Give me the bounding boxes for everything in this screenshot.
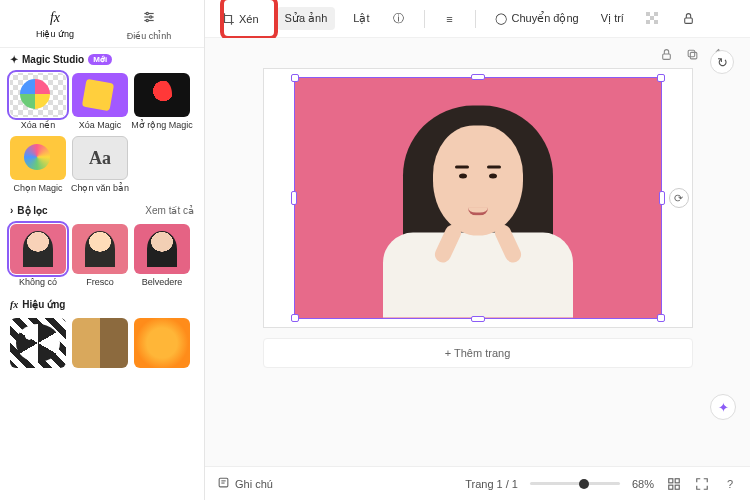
svg-rect-22 (675, 485, 679, 489)
selected-image[interactable]: ⟳ (294, 77, 662, 319)
tool-magic-grab[interactable]: Chọn Magic (10, 136, 66, 193)
section-filters: › Bộ lọc Xem tất cả (0, 199, 204, 224)
magic-expand-thumb (134, 73, 190, 117)
svg-rect-14 (690, 52, 697, 59)
resize-handle-tm[interactable] (471, 74, 485, 80)
resize-handle-br[interactable] (657, 314, 665, 322)
filter-belvedere[interactable]: Belvedere (134, 224, 190, 287)
duplicate-page-button[interactable] (684, 46, 700, 62)
main-area: Xén Sửa ảnh Lật ⓘ ≡ ◯ Chuyển động Vị trí (205, 0, 750, 500)
help-button[interactable]: ? (722, 476, 738, 492)
tab-adjust[interactable]: Điều chỉnh (102, 10, 196, 41)
crop-button[interactable]: Xén (217, 9, 263, 29)
rotate-handle[interactable]: ⟳ (669, 188, 689, 208)
filter-fresco[interactable]: Fresco (72, 224, 128, 287)
filters-title: Bộ lọc (17, 205, 47, 216)
tab-effects[interactable]: fx Hiệu ứng (8, 10, 102, 41)
svg-rect-9 (650, 16, 654, 20)
portrait-placeholder (378, 88, 578, 318)
filter-none-thumb (10, 224, 66, 274)
toolbar-separator (424, 10, 425, 28)
resize-handle-tr[interactable] (657, 74, 665, 82)
animation-icon: ◯ (494, 12, 508, 26)
filter-none[interactable]: Không có (10, 224, 66, 287)
sparkle-icon: ✦ (10, 54, 18, 65)
adjust-icon (142, 10, 156, 28)
magic-studio-title: Magic Studio (22, 54, 84, 65)
bottom-bar: Ghi chú Trang 1 / 1 68% ? (205, 466, 750, 500)
effect-item-1[interactable] (10, 318, 66, 368)
tab-adjust-label: Điều chỉnh (127, 31, 172, 41)
transparency-button[interactable] (642, 9, 664, 29)
filters-see-all[interactable]: Xem tất cả (145, 205, 194, 216)
canvas-area[interactable]: ↻ (205, 38, 750, 466)
grid-view-button[interactable] (666, 476, 682, 492)
svg-rect-7 (646, 12, 650, 16)
resize-handle-bm[interactable] (471, 316, 485, 322)
align-icon: ≡ (443, 12, 457, 26)
svg-rect-12 (685, 18, 693, 23)
effect-item-2[interactable] (72, 318, 128, 368)
add-page-button[interactable]: + Thêm trang (263, 338, 693, 368)
tool-grab-text[interactable]: Chọn văn bản (72, 136, 128, 193)
resize-handle-bl[interactable] (291, 314, 299, 322)
page-frame[interactable]: ⟳ (263, 68, 693, 328)
magic-erase-thumb (72, 73, 128, 117)
badge-new: Mới (88, 54, 112, 65)
flip-button[interactable]: Lật (349, 9, 373, 28)
effect-item-3[interactable] (134, 318, 190, 368)
svg-rect-19 (669, 478, 673, 482)
svg-rect-21 (669, 485, 673, 489)
chevron-right-icon: › (10, 205, 13, 216)
tab-effects-label: Hiệu ứng (36, 29, 74, 39)
toolbar-separator (475, 10, 476, 28)
resize-handle-tl[interactable] (291, 74, 299, 82)
zoom-level[interactable]: 68% (632, 478, 654, 490)
svg-rect-15 (688, 50, 695, 57)
fx-icon: fx (50, 10, 60, 26)
lock-page-button[interactable] (658, 46, 674, 62)
svg-rect-20 (675, 478, 679, 482)
resize-handle-mr[interactable] (659, 191, 665, 205)
crop-icon (221, 12, 235, 26)
info-button[interactable]: ⓘ (388, 9, 410, 29)
animation-button[interactable]: ◯ Chuyển động (490, 9, 583, 29)
page-indicator[interactable]: Trang 1 / 1 (465, 478, 518, 490)
lock-icon (682, 12, 696, 26)
align-button[interactable]: ≡ (439, 9, 461, 29)
svg-point-3 (146, 12, 148, 14)
notes-icon (217, 476, 230, 491)
filter-fresco-thumb (72, 224, 128, 274)
svg-rect-13 (662, 53, 670, 58)
svg-point-5 (146, 19, 148, 21)
svg-rect-10 (646, 20, 650, 24)
position-button[interactable]: Vị trí (597, 9, 628, 28)
remove-bg-thumb (10, 73, 66, 117)
edit-image-button[interactable]: Sửa ảnh (277, 7, 336, 30)
tool-remove-bg[interactable]: Xóa nền (10, 73, 66, 130)
lock-button[interactable] (678, 9, 700, 29)
fullscreen-button[interactable] (694, 476, 710, 492)
magic-tool-grid: Xóa nền Xóa Magic Mở rộng Magic Chọn Mag… (0, 73, 204, 199)
notes-button[interactable]: Ghi chú (217, 476, 273, 491)
filter-belvedere-thumb (134, 224, 190, 274)
zoom-slider[interactable] (530, 482, 620, 485)
effects-title: Hiệu ứng (22, 299, 65, 310)
effects-row (0, 318, 204, 368)
info-icon: ⓘ (392, 12, 406, 26)
svg-rect-8 (654, 12, 658, 16)
svg-point-4 (150, 16, 152, 18)
refresh-button[interactable]: ↻ (710, 50, 734, 74)
tool-magic-erase[interactable]: Xóa Magic (72, 73, 128, 130)
grab-text-thumb (72, 136, 128, 180)
svg-rect-11 (654, 20, 658, 24)
ai-assist-button[interactable] (710, 394, 736, 420)
section-effects: fx Hiệu ứng (0, 293, 204, 318)
sidebar-scroll[interactable]: ✦ Magic Studio Mới Xóa nền Xóa Magic Mở … (0, 48, 204, 500)
resize-handle-ml[interactable] (291, 191, 297, 205)
tool-magic-expand[interactable]: Mở rộng Magic (134, 73, 190, 130)
sidebar-tabs: fx Hiệu ứng Điều chỉnh (0, 0, 204, 48)
section-magic-studio: ✦ Magic Studio Mới (0, 48, 204, 73)
top-toolbar: Xén Sửa ảnh Lật ⓘ ≡ ◯ Chuyển động Vị trí (205, 0, 750, 38)
filter-row: Không có Fresco Belvedere (0, 224, 204, 293)
